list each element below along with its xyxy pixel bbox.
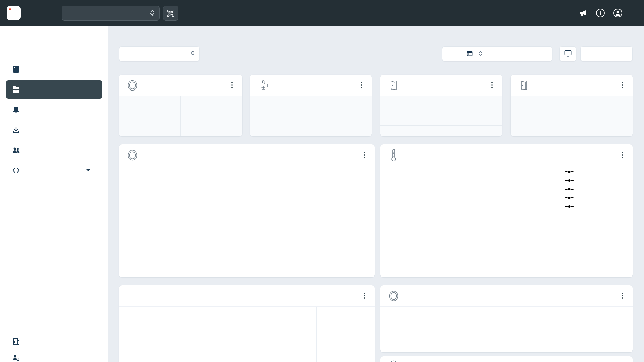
desk-icon bbox=[257, 79, 269, 92]
legend-item[interactable] bbox=[565, 193, 576, 202]
calendar-icon bbox=[467, 50, 473, 58]
people-icon bbox=[12, 146, 20, 154]
stat-cell bbox=[311, 96, 372, 136]
card-menu-button[interactable] bbox=[618, 80, 627, 90]
date-range-button[interactable] bbox=[506, 46, 552, 61]
co2-icon bbox=[126, 290, 139, 302]
create-new-card-button[interactable] bbox=[580, 46, 633, 61]
stat-cell bbox=[511, 96, 572, 136]
card-main-entrance bbox=[380, 356, 633, 362]
dashboard-icon bbox=[12, 85, 20, 94]
sidebar-item-file-export[interactable] bbox=[0, 121, 108, 139]
stat-card-windows bbox=[380, 75, 502, 136]
updown-chevron-icon bbox=[150, 9, 155, 17]
card-menu-button[interactable] bbox=[618, 291, 627, 301]
chart-legend bbox=[565, 167, 576, 211]
announcements-icon[interactable] bbox=[578, 8, 588, 18]
door-sensor-icon bbox=[518, 79, 530, 92]
legend-item[interactable] bbox=[565, 202, 576, 211]
updown-chevron-icon bbox=[479, 51, 482, 57]
sensor-offline-status bbox=[380, 125, 502, 136]
occupancy-heatmap-chart bbox=[142, 172, 366, 261]
temperature-line-chart bbox=[404, 170, 561, 264]
account-icon[interactable] bbox=[613, 8, 623, 18]
building-icon bbox=[12, 338, 20, 346]
sensor-icon bbox=[12, 65, 20, 73]
studio-dashboard-app bbox=[0, 0, 644, 362]
stat-card-meeting-rooms bbox=[119, 75, 242, 136]
card-engineering-area bbox=[119, 144, 375, 277]
stat-cell bbox=[119, 96, 180, 136]
code-icon bbox=[12, 166, 20, 174]
display-mode-button[interactable] bbox=[559, 46, 576, 61]
sidebar-item-org[interactable] bbox=[0, 333, 108, 351]
window-sensor-icon bbox=[388, 79, 400, 92]
card-menu-button[interactable] bbox=[618, 150, 627, 160]
motion-sensor-icon bbox=[388, 360, 400, 362]
stat-cell bbox=[572, 96, 633, 136]
stat-cell bbox=[441, 96, 502, 125]
updown-chevron-icon bbox=[191, 50, 195, 58]
card-menu-button[interactable] bbox=[357, 80, 366, 90]
dashboard-selector[interactable] bbox=[119, 46, 200, 61]
stat-cell bbox=[180, 96, 242, 136]
stat-cell bbox=[250, 96, 311, 136]
admin-person-gear-icon bbox=[12, 354, 20, 362]
stat-cell bbox=[380, 96, 441, 125]
card-menu-button[interactable] bbox=[360, 291, 369, 301]
sidebar bbox=[0, 26, 108, 362]
legend-item[interactable] bbox=[565, 167, 576, 176]
card-astley-co2 bbox=[119, 285, 375, 362]
chevron-down-icon bbox=[86, 167, 91, 173]
card-tesla-motion bbox=[380, 285, 633, 352]
time-range-preset-selector[interactable] bbox=[442, 46, 506, 61]
studio-logo-icon bbox=[7, 6, 21, 20]
legend-item[interactable] bbox=[565, 185, 576, 193]
sidebar-item-notifications[interactable] bbox=[0, 101, 108, 119]
stat-card-doors bbox=[511, 75, 633, 136]
org-project-selector[interactable] bbox=[62, 6, 160, 21]
sidebar-item-project-dashboard[interactable] bbox=[6, 80, 102, 99]
legend-item[interactable] bbox=[565, 176, 576, 185]
thermometer-icon bbox=[388, 149, 400, 161]
sidebar-item-api-integrations[interactable] bbox=[0, 161, 108, 179]
co2-heatmap-chart bbox=[142, 311, 311, 362]
sidebar-item-administrators[interactable] bbox=[0, 349, 108, 362]
motion-sensor-icon bbox=[126, 79, 139, 92]
topbar-actions bbox=[578, 0, 631, 26]
card-menu-button[interactable] bbox=[227, 80, 237, 90]
download-icon bbox=[12, 126, 20, 134]
card-menu-button[interactable] bbox=[360, 150, 369, 160]
monitor-icon bbox=[564, 50, 572, 58]
info-icon[interactable] bbox=[596, 8, 605, 18]
stat-card-desks bbox=[250, 75, 372, 136]
qr-scan-button[interactable] bbox=[163, 6, 178, 21]
card-menu-button[interactable] bbox=[487, 80, 497, 90]
sidebar-item-sensors[interactable] bbox=[0, 60, 108, 78]
bell-icon bbox=[12, 106, 20, 114]
top-bar bbox=[0, 0, 644, 26]
motion-sensor-icon bbox=[126, 149, 139, 161]
motion-sensor-icon bbox=[388, 290, 400, 302]
card-meeting-rooms-temperature bbox=[380, 144, 633, 277]
motion-hours-bar-chart bbox=[396, 309, 629, 331]
sidebar-item-project-settings[interactable] bbox=[0, 141, 108, 159]
